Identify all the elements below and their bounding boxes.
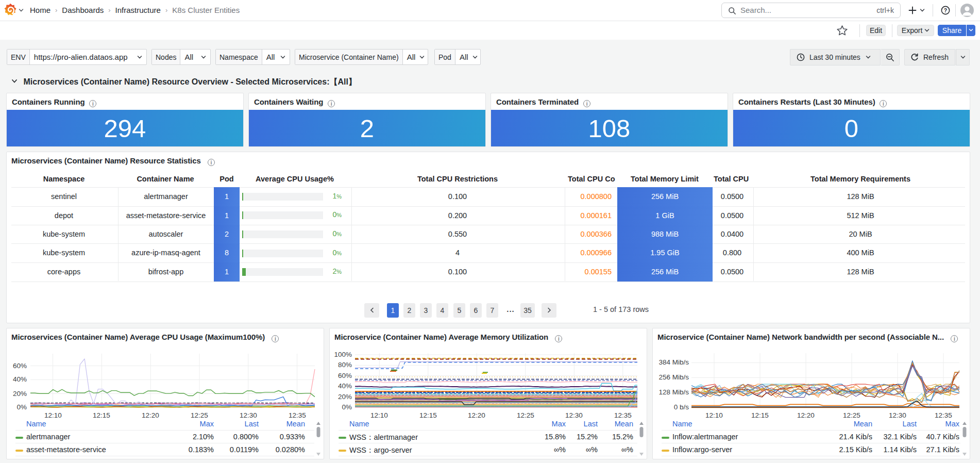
svg-text:?: ?	[944, 7, 947, 13]
